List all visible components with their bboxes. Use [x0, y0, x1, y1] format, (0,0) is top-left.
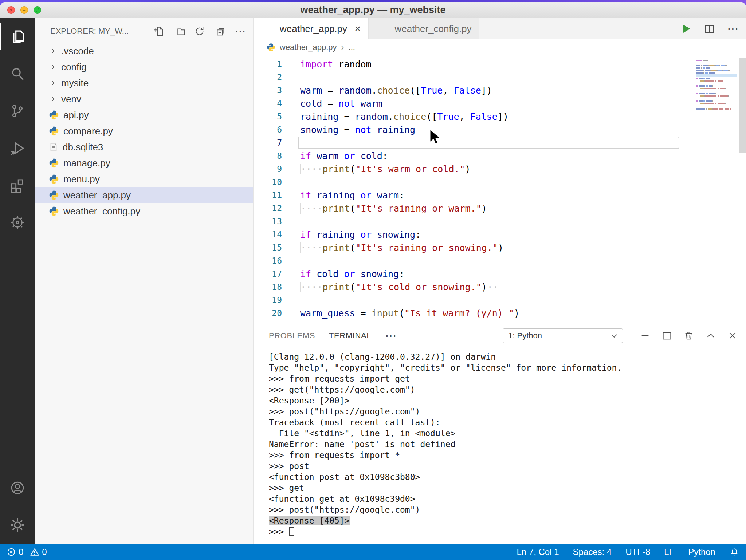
file-icon [49, 142, 58, 152]
activity-bar [0, 18, 35, 544]
tree-item-label: weather_app.py [63, 190, 131, 201]
tab-weather-config[interactable]: weather_config.py [369, 18, 479, 39]
tree-item-menu.py[interactable]: menu.py [35, 171, 253, 187]
terminal-line: NameError: name 'post' is not defined [269, 439, 746, 450]
status-eol[interactable]: LF [664, 547, 674, 557]
new-terminal-button[interactable] [640, 330, 651, 341]
notifications-bell-icon[interactable] [729, 547, 739, 557]
terminal-picker[interactable]: 1: Python [503, 328, 623, 343]
code-line-2[interactable]: 2 [254, 71, 746, 84]
code-line-6[interactable]: 6snowing = not raining [254, 123, 746, 136]
code-line-20[interactable]: 20warm_guess = input("Is it warm? (y/n) … [254, 307, 746, 320]
code-editor[interactable]: 1import random23warm = random.choice([Tr… [254, 55, 746, 325]
line-number: 11 [254, 190, 282, 200]
close-window-button[interactable]: × [7, 6, 15, 14]
activity-search[interactable] [0, 55, 35, 92]
code-line-9[interactable]: 9····print("It's warm or cold.") [254, 162, 746, 176]
line-number: 6 [254, 125, 282, 134]
code-line-15[interactable]: 15····print("It's raining or snowing.") [254, 241, 746, 254]
terminal-line: >>> [269, 526, 746, 537]
problems-status[interactable]: 0 0 [7, 547, 51, 557]
code-line-18[interactable]: 18····print("It's cold or snowing.")·· [254, 280, 746, 293]
tree-item-api.py[interactable]: api.py [35, 107, 253, 123]
status-language-mode[interactable]: Python [688, 547, 715, 557]
maximize-panel-button[interactable] [705, 330, 716, 341]
code-line-17[interactable]: 17if cold or snowing: [254, 267, 746, 280]
new-file-icon[interactable] [153, 26, 164, 37]
code-line-16[interactable]: 16 [254, 254, 746, 267]
terminal-line: <Response [200]> [269, 395, 746, 406]
tab-weather-app[interactable]: weather_app.py × [254, 18, 369, 39]
code-line-11[interactable]: 11if raining or warm: [254, 189, 746, 202]
tree-item-weather_app.py[interactable]: weather_app.py [35, 187, 253, 203]
activity-run-debug[interactable] [0, 130, 35, 167]
kill-terminal-button[interactable] [683, 330, 694, 341]
code-line-12[interactable]: 12····print("It's raining or warm.") [254, 202, 746, 215]
explorer-more-actions-icon[interactable]: ⋯ [235, 28, 246, 35]
tree-item-venv[interactable]: venv [35, 91, 253, 107]
breadcrumb-file[interactable]: weather_app.py [280, 43, 337, 52]
run-debug-icon [9, 140, 26, 157]
tree-item-db.sqlite3[interactable]: db.sqlite3 [35, 139, 253, 155]
code-line-5[interactable]: 5raining = random.choice([True, False]) [254, 110, 746, 123]
close-panel-button[interactable] [727, 330, 738, 341]
split-terminal-button[interactable] [661, 330, 672, 341]
panel-tab-terminal[interactable]: TERMINAL [329, 325, 371, 346]
activity-source-control[interactable] [0, 92, 35, 130]
terminal-line: >>> post("https://google.com") [269, 504, 746, 515]
tree-item-.vscode[interactable]: .vscode [35, 43, 253, 59]
panel-more-actions-icon[interactable]: ⋯ [385, 334, 397, 338]
code-line-3[interactable]: 3warm = random.choice([True, False]) [254, 84, 746, 97]
editor-scrollbar[interactable] [739, 58, 746, 153]
activity-explorer[interactable] [0, 18, 35, 55]
new-folder-icon[interactable] [174, 26, 185, 37]
line-number: 20 [254, 308, 282, 318]
window-title: weather_app.py — my_website [0, 4, 746, 16]
terminal-output[interactable]: [Clang 12.0.0 (clang-1200.0.32.27)] on d… [254, 346, 746, 544]
chevron-right-icon [49, 63, 57, 71]
activity-settings[interactable] [0, 506, 35, 544]
tree-item-config[interactable]: config [35, 59, 253, 75]
collapse-folders-icon[interactable] [215, 26, 225, 37]
line-number: 3 [254, 86, 282, 95]
panel-tab-problems[interactable]: PROBLEMS [269, 325, 315, 346]
tree-item-compare.py[interactable]: compare.py [35, 123, 253, 139]
search-icon [9, 66, 26, 82]
screen: × − weather_app.py — my_website [0, 0, 746, 560]
editor-more-actions-button[interactable]: ⋯ [727, 27, 739, 31]
tree-item-weather_config.py[interactable]: weather_config.py [35, 203, 253, 219]
gear-icon [9, 517, 26, 533]
code-line-13[interactable]: 13 [254, 215, 746, 228]
status-cursor-position[interactable]: Ln 7, Col 1 [517, 547, 559, 557]
tree-item-mysite[interactable]: mysite [35, 75, 253, 91]
minimap[interactable] [696, 59, 737, 110]
terminal-line: >>> post("https://google.com") [269, 406, 746, 417]
zoom-window-button[interactable] [34, 6, 41, 14]
status-indentation[interactable]: Spaces: 4 [573, 547, 612, 557]
chevron-right-icon [49, 79, 57, 87]
code-line-8[interactable]: 8if warm or cold: [254, 149, 746, 162]
file-tree: .vscodeconfigmysitevenvapi.pycompare.pyd… [35, 42, 253, 544]
tree-item-manage.py[interactable]: manage.py [35, 155, 253, 171]
activity-extensions[interactable] [0, 167, 35, 204]
vscode-window: × − weather_app.py — my_website [0, 2, 746, 560]
code-line-1[interactable]: 1import random [254, 58, 746, 71]
activity-kubernetes[interactable] [0, 204, 35, 241]
split-editor-button[interactable] [704, 23, 715, 35]
close-tab-icon[interactable]: × [354, 23, 361, 34]
activity-accounts[interactable] [0, 469, 35, 506]
python-file-icon [49, 190, 59, 200]
status-encoding[interactable]: UTF-8 [625, 547, 650, 557]
tree-item-label: manage.py [63, 158, 110, 169]
code-line-14[interactable]: 14if raining or snowing: [254, 228, 746, 241]
panel-header: PROBLEMS TERMINAL ⋯ 1: Python [254, 325, 746, 346]
breadcrumb-symbol[interactable]: ... [349, 43, 355, 52]
code-line-4[interactable]: 4cold = not warm [254, 97, 746, 110]
line-number: 19 [254, 295, 282, 305]
code-line-19[interactable]: 19 [254, 293, 746, 307]
refresh-explorer-icon[interactable] [194, 26, 205, 37]
code-line-10[interactable]: 10 [254, 176, 746, 189]
minimize-window-button[interactable]: − [20, 6, 28, 14]
run-python-file-button[interactable] [680, 23, 692, 35]
code-line-7[interactable]: 7 [254, 136, 746, 149]
